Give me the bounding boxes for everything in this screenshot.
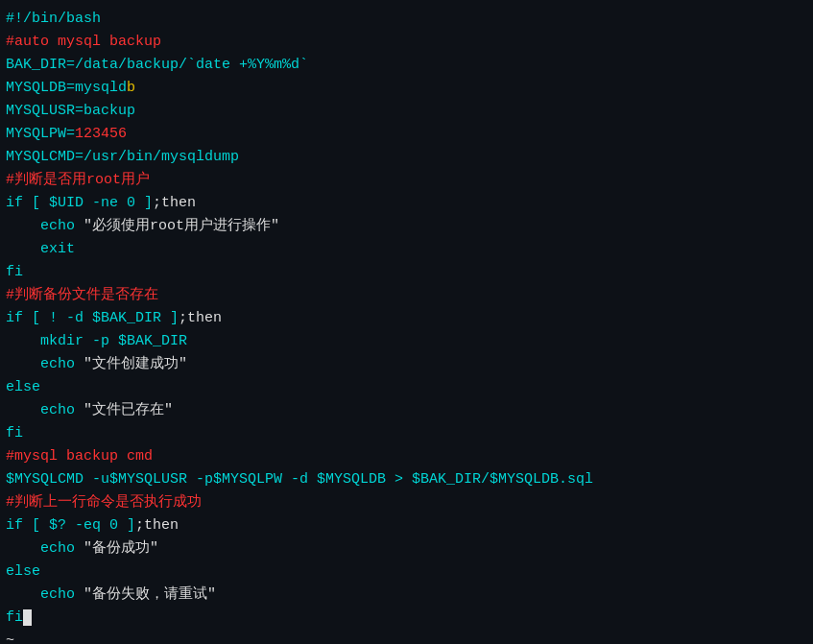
line-else1: else (6, 376, 807, 399)
line-mysqlcmd-exec: $MYSQLCMD -u$MYSQLUSR -p$MYSQLPW -d $MYS… (6, 468, 807, 491)
line-if2: if [ ! -d $BAK_DIR ];then (6, 307, 807, 330)
line-bak-dir: BAK_DIR=/data/backup/`date +%Y%m%d` (6, 54, 807, 77)
line-comment-root: #判断是否用root用户 (6, 169, 807, 192)
line-comment-check: #判断备份文件是否存在 (6, 284, 807, 307)
line-mkdir: mkdir -p $BAK_DIR (6, 330, 807, 353)
line-fi2: fi (6, 422, 807, 445)
line-echo4: echo "备份成功" (6, 537, 807, 561)
line-echo3: echo "文件已存在" (6, 399, 807, 422)
line-echo2: echo "文件创建成功" (6, 353, 807, 376)
line-mysqldb: MYSQLDB=mysqldb (6, 77, 807, 100)
line-else2: else (6, 561, 807, 584)
terminal: #!/bin/bash #auto mysql backup BAK_DIR=/… (0, 0, 813, 644)
cursor (23, 609, 32, 626)
line-fi3: fi (6, 607, 807, 630)
line-mysqlpw: MYSQLPW=123456 (6, 123, 807, 146)
line-echo5: echo "备份失败，请重试" (6, 584, 807, 607)
line-mysqlusr: MYSQLUSR=backup (6, 100, 807, 123)
line-fi1: fi (6, 261, 807, 284)
line-comment-check2: #判断上一行命令是否执行成功 (6, 491, 807, 514)
line-comment-auto: #auto mysql backup (6, 31, 807, 54)
line-mysqlcmd-var: MYSQLCMD=/usr/bin/mysqldump (6, 146, 807, 169)
line-if3: if [ $? -eq 0 ];then (6, 514, 807, 537)
line-exit: exit (6, 238, 807, 261)
line-echo1: echo "必须使用root用户进行操作" (6, 215, 807, 238)
line-tilde: ~ (6, 630, 807, 644)
line-shebang: #!/bin/bash (6, 8, 807, 31)
line-if1: if [ $UID -ne 0 ];then (6, 192, 807, 215)
line-comment-mysql: #mysql backup cmd (6, 445, 807, 468)
